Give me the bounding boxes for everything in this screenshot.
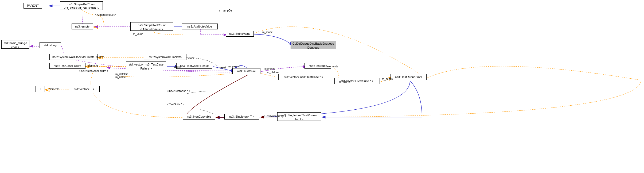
- T-node: T: [36, 86, 45, 92]
- ns3-systemwallclockms-node: ns3::SystemWallClockMs: [144, 54, 186, 60]
- elements-testcase-label: elements: [88, 64, 99, 67]
- testsuite-ptr-label: < TestSuite * >: [167, 103, 184, 106]
- std-vector-testcase-node: std::vector< ns3::TestCase * >: [278, 74, 329, 80]
- failure-label: failure: [174, 66, 181, 68]
- ns3-noncopyable-node: ns3::NonCopyable: [183, 114, 215, 120]
- ns3-testcase-result-node: ns3::TestCase::Result: [176, 63, 212, 69]
- m-value-label: m_value: [133, 33, 143, 36]
- simplerefcount-attrval-node: ns3::SimpleRefCount< AttributeValue >: [130, 22, 173, 31]
- clock-label: clock: [188, 57, 194, 60]
- ns3-testrunnerimpl-node: ns3::TestRunnerImpl: [391, 74, 427, 80]
- m-parent-label: m_parent: [228, 65, 240, 68]
- ns3-attributevalue-node: ns3::AttributeValue: [182, 24, 218, 29]
- elements-T-label: elements: [49, 88, 60, 91]
- m-runner-label: m_runner: [339, 80, 351, 83]
- m-children-label: m_children: [267, 71, 280, 74]
- testrunnerimpl-template-label: < TestRunnerImpl >: [263, 115, 286, 118]
- testcase-ptr-label: < ns3::TestCase * >: [167, 90, 190, 93]
- std-vector-testcasefailure-node: std::vector< ns3::TestCaseFailure >: [126, 61, 166, 70]
- elements-testrunner-label: elements: [327, 65, 338, 68]
- elements-testsuite-label: elements: [264, 67, 275, 70]
- testcasefailure-template-label: < ns3::TestCaseFailure >: [79, 70, 108, 72]
- diagram-container: PARENT ns3::SimpleRefCount< T, PARENT, D…: [0, 0, 644, 173]
- ns3-singleton-T-node: ns3::Singleton< T >: [224, 114, 259, 120]
- std-basic-string-node: std::basic_string<char >: [1, 40, 29, 49]
- m-suites-label: m_suites: [382, 78, 393, 80]
- m-datadir-label: m_dataDirm_name: [115, 73, 128, 79]
- m-mode-label: m_mode: [262, 31, 273, 34]
- ns3-systemwallclock-private-node: ns3::SystemWallClockMsPrivate: [49, 54, 97, 60]
- parent-node: PARENT: [24, 3, 42, 9]
- m-priv-label: m_priv: [96, 55, 104, 58]
- ns3-empty-node: ns3::empty: [72, 24, 93, 29]
- std-string-node: std::string: [40, 42, 61, 48]
- attr-value-label: < AttributeValue >: [95, 13, 116, 16]
- ns3-testcasefailure-node: ns3::TestCaseFailure: [49, 63, 85, 69]
- m-result-label: m_result: [216, 66, 226, 69]
- ns3-testcase-node: ns3::TestCase: [232, 68, 260, 74]
- std-vector-T-node: std::vector< T >: [69, 86, 100, 92]
- m-tempdir-label: m_tempDir: [219, 9, 232, 12]
- simplerefcount-parent-node: ns3::SimpleRefCount< T, PARENT, DELETER …: [60, 1, 103, 10]
- ns3-stringvalue-node: ns3::StringValue: [226, 31, 254, 37]
- codequeue-node: CoDelQueueDiscBasicEnqueueDequeue: [291, 41, 336, 49]
